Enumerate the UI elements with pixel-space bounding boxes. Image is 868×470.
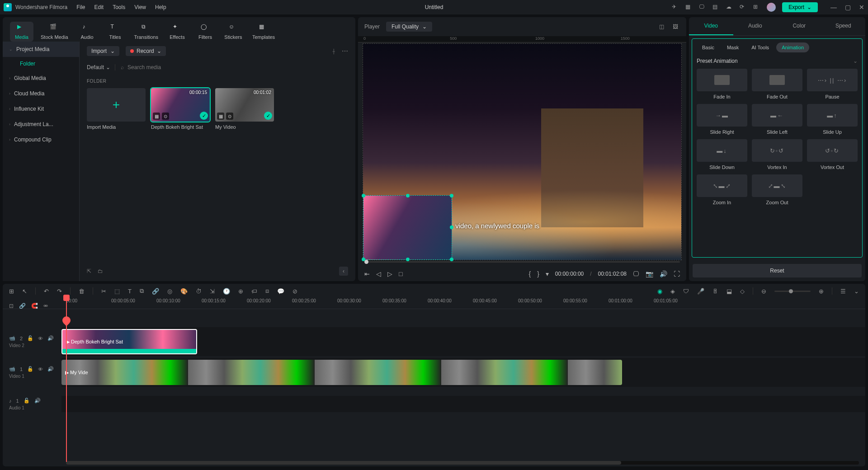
folder-out-icon[interactable]: ⇱	[87, 268, 91, 274]
text-icon[interactable]: T	[128, 288, 132, 295]
zoom-slider[interactable]	[774, 291, 811, 292]
tab-effects[interactable]: ✦Effects	[165, 22, 189, 42]
crop-icon[interactable]: ⬚	[114, 288, 120, 295]
clip-icon[interactable]: ▦	[153, 113, 160, 120]
mixer-icon[interactable]: 🎚	[712, 288, 718, 295]
track-lane[interactable]	[61, 396, 865, 412]
minimize-button[interactable]: —	[830, 4, 837, 11]
camera-icon[interactable]: 📷	[646, 270, 653, 277]
timeline-ruler[interactable]: 00:00 00:00:05:00 00:00:10:00 00:00:15:0…	[3, 298, 865, 309]
preset-slide-left[interactable]: ▬←Slide Left	[752, 104, 802, 135]
shield-icon[interactable]: 🛡	[683, 288, 689, 295]
resize-handle[interactable]	[450, 194, 453, 197]
quality-dropdown[interactable]: Full Quality⌄	[386, 22, 432, 32]
scrub-bar[interactable]	[364, 261, 680, 264]
track-lane[interactable]: ▶ My Vide	[61, 358, 865, 387]
preview-stage[interactable]: video, a newlywed couple is	[363, 43, 682, 260]
link-icon[interactable]: 🔗	[152, 288, 159, 295]
group-icon[interactable]: ⧈	[265, 287, 269, 295]
mute-icon[interactable]: 🔊	[34, 398, 41, 404]
clip-icon[interactable]: ▦	[217, 113, 224, 120]
menu-help[interactable]: Help	[155, 4, 166, 10]
media-thumb-2[interactable]: 00:01:02 ▦⊙ ✓ My Video	[215, 88, 274, 130]
resize-handle[interactable]	[450, 258, 453, 261]
layers-icon[interactable]: ▤	[712, 4, 720, 11]
step-back-button[interactable]: ◁	[376, 270, 381, 277]
caption-icon[interactable]: 💬	[277, 288, 284, 295]
menu-edit[interactable]: Edit	[94, 4, 104, 10]
tab-media[interactable]: ▶Media	[10, 22, 33, 42]
sidebar-adjustment-layer[interactable]: ›Adjustment La...	[3, 117, 79, 132]
subtab-basic[interactable]: Basic	[697, 42, 720, 52]
volume-icon[interactable]: 🔊	[660, 270, 667, 277]
color-icon[interactable]: 🎨	[180, 288, 188, 295]
more-icon[interactable]: ⋯	[342, 47, 348, 55]
clip-video-2[interactable]: ▶ Depth Bokeh Bright Sat	[61, 329, 197, 354]
search-input[interactable]	[127, 64, 348, 70]
new-folder-icon[interactable]: 🗀	[98, 268, 103, 274]
preset-slide-right[interactable]: →▬Slide Right	[697, 104, 747, 135]
display-icon[interactable]: 🖵	[633, 270, 639, 277]
message-icon[interactable]: ▦	[685, 4, 693, 11]
mute-icon[interactable]: 🔊	[47, 366, 54, 372]
preset-fade-out[interactable]: Fade Out	[752, 69, 802, 99]
tab-transitions[interactable]: ⧉Transitions	[132, 22, 161, 42]
tab-audio[interactable]: ♪Audio	[75, 22, 99, 42]
sidebar-influence-kit[interactable]: ›Influence Kit	[3, 101, 79, 117]
zoom-in-icon[interactable]: ⊕	[819, 288, 824, 295]
sidebar-cloud-media[interactable]: ›Cloud Media	[3, 86, 79, 101]
reset-button[interactable]: Reset	[693, 264, 862, 277]
preset-fade-in[interactable]: Fade In	[697, 69, 747, 99]
grid-icon[interactable]: ⊞	[753, 4, 760, 11]
preset-slide-up[interactable]: ▬↑Slide Up	[807, 104, 858, 135]
undo-icon[interactable]: ↶	[44, 288, 49, 295]
collapse-button[interactable]: ‹	[339, 267, 348, 276]
lock-icon[interactable]: 🔓	[24, 398, 30, 404]
clip-video-1[interactable]: ▶ My Vide	[61, 360, 622, 385]
monitor-icon[interactable]: 🖵	[699, 4, 706, 11]
resize-handle[interactable]	[362, 194, 365, 197]
timeline-scrollbar[interactable]	[66, 461, 859, 465]
delete-icon[interactable]: 🗑	[79, 288, 85, 295]
menu-tools[interactable]: Tools	[113, 4, 125, 10]
scrollbar-thumb[interactable]	[66, 461, 621, 465]
preset-pause[interactable]: ⋯› || ⋯›Pause	[807, 69, 858, 99]
chevron-down-icon[interactable]: ⌄	[853, 58, 858, 64]
subtab-mask[interactable]: Mask	[722, 42, 744, 52]
list-icon[interactable]: ☰	[840, 288, 846, 295]
video-track-icon[interactable]: 📹	[9, 366, 15, 372]
tab-stock-media[interactable]: 🎬Stock Media	[38, 22, 71, 42]
prop-tab-audio[interactable]: Audio	[733, 17, 778, 35]
pointer-icon[interactable]: ↖	[22, 288, 27, 295]
mark-out-button[interactable]: }	[537, 270, 539, 277]
prev-frame-button[interactable]: ⇤	[364, 270, 370, 277]
eye-icon[interactable]: 👁	[38, 336, 43, 341]
filter-icon[interactable]: ⟊	[332, 47, 335, 55]
tab-stickers[interactable]: ☺Stickers	[222, 22, 245, 42]
resize-handle[interactable]	[406, 194, 410, 197]
audio-track-icon[interactable]: ♪	[9, 398, 12, 404]
tag-icon[interactable]: 🏷	[251, 288, 257, 295]
export-clip-icon[interactable]: ⇲	[210, 288, 215, 295]
keyframe-icon[interactable]: ◇	[740, 288, 745, 295]
grid-icon[interactable]: ⊞	[9, 288, 14, 295]
time-icon[interactable]: 🕐	[223, 288, 230, 295]
export-button[interactable]: Export⌄	[782, 2, 818, 12]
audio-icon[interactable]: ⊙	[162, 113, 169, 120]
compare-icon[interactable]: ◫	[659, 24, 666, 30]
record-button[interactable]: Record⌄	[126, 46, 166, 56]
eye-icon[interactable]: 👁	[38, 367, 43, 372]
track-icon[interactable]: ◎	[167, 288, 172, 295]
preset-vortex-out[interactable]: ↺◦↻Vortex Out	[807, 139, 858, 170]
tab-templates[interactable]: ▦Templates	[250, 22, 278, 42]
resize-handle[interactable]	[406, 258, 410, 261]
mute-icon[interactable]: 🔊	[47, 335, 54, 341]
menu-file[interactable]: File	[76, 4, 85, 10]
stop-button[interactable]: □	[399, 270, 402, 277]
preset-zoom-in[interactable]: ⤡▬⤢Zoom In	[697, 174, 747, 205]
prop-tab-video[interactable]: Video	[689, 17, 733, 35]
mic-icon[interactable]: 🎤	[697, 288, 704, 295]
sidebar-project-media[interactable]: ⌄Project Media	[3, 42, 79, 57]
subtab-animation[interactable]: Animation	[776, 42, 809, 52]
play-button[interactable]: ▷	[387, 270, 392, 277]
